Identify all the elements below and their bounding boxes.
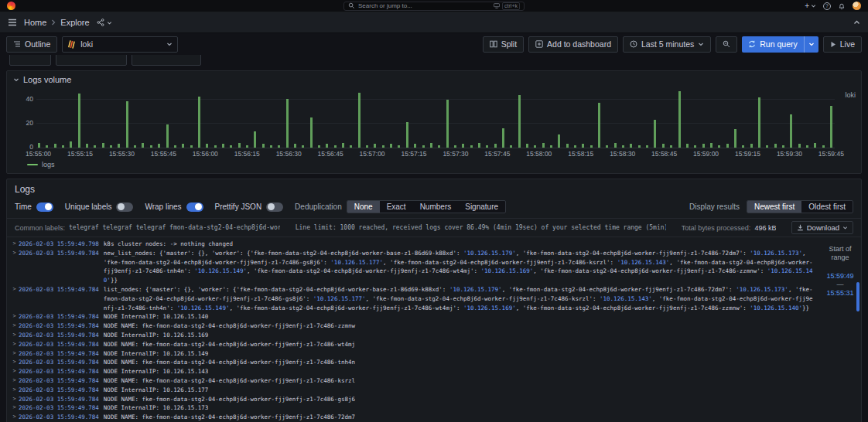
log-row[interactable]: >2026-02-03 15:59:49.784NODE InternalIP:… (10, 331, 819, 340)
log-row[interactable]: >2026-02-03 15:59:49.784NODE InternalIP:… (10, 312, 819, 322)
log-row[interactable]: >2026-02-03 15:59:49.784NODE InternalIP:… (10, 367, 819, 376)
log-row[interactable]: >2026-02-03 15:59:49.784NODE NAME: fke-f… (10, 322, 819, 331)
log-timestamp: 2026-02-03 15:59:49.784 (19, 285, 99, 312)
log-row[interactable]: >2026-02-03 15:59:49.798k8s cluster node… (10, 240, 819, 249)
split-button[interactable]: Split (483, 36, 524, 53)
expand-log-icon[interactable]: > (10, 249, 19, 285)
expand-log-icon[interactable]: > (10, 240, 19, 249)
volume-bar (238, 143, 241, 148)
outline-button[interactable]: Outline (6, 36, 57, 53)
legend-series-label[interactable]: logs (42, 161, 55, 168)
expand-log-icon[interactable]: > (10, 413, 19, 422)
log-row[interactable]: >2026-02-03 15:59:49.784NODE NAME: fke-f… (10, 358, 819, 367)
dedup-group-option[interactable]: Exact (380, 201, 413, 213)
display-results-label: Display results (689, 202, 740, 211)
log-row[interactable]: >2026-02-03 15:59:49.784NODE InternalIP:… (10, 349, 819, 359)
query-editor-field[interactable] (9, 55, 51, 66)
unique-labels-toggle[interactable] (116, 202, 133, 212)
query-editor-field[interactable] (132, 55, 201, 66)
download-button[interactable]: Download (791, 221, 853, 234)
volume-bar (614, 143, 617, 148)
volume-bar (822, 145, 825, 148)
logs-volume-chart[interactable]: 40 20 0 (36, 87, 835, 148)
order-group-option[interactable]: Oldest first (801, 201, 853, 213)
volume-bar (798, 144, 801, 148)
grafana-logo[interactable] (7, 2, 15, 10)
expand-log-icon[interactable]: > (10, 403, 19, 413)
query-editor-field[interactable] (56, 55, 127, 66)
live-button[interactable]: Live (823, 36, 862, 53)
x-axis-tick: 15:57:30 (443, 150, 468, 158)
run-query-interval-dropdown[interactable] (804, 36, 818, 53)
log-row[interactable]: >2026-02-03 15:59:49.784NODE NAME: fke-f… (10, 376, 819, 386)
expand-log-icon[interactable]: > (10, 340, 19, 349)
mega-menu-toggle[interactable] (8, 19, 17, 26)
volume-bar (646, 145, 648, 148)
volume-bar (654, 120, 656, 148)
time-range-picker[interactable]: Last 5 minutes (623, 36, 711, 53)
log-row[interactable]: >2026-02-03 15:59:49.784NODE NAME: fke-f… (10, 413, 819, 422)
dedup-group-option[interactable]: Signature (458, 201, 505, 213)
log-timestamp: 2026-02-03 15:59:49.784 (19, 349, 99, 359)
prettify-json-toggle[interactable] (266, 202, 283, 212)
expand-log-icon[interactable]: > (10, 367, 19, 376)
volume-bar (446, 100, 449, 148)
x-axis-tick: 15:56:30 (276, 150, 302, 158)
run-query-button[interactable]: Run query (742, 36, 818, 53)
order-group-option[interactable]: Newest first (747, 201, 801, 213)
volume-bar (46, 145, 48, 148)
add-to-dashboard-button[interactable]: Add to dashboard (528, 36, 618, 53)
log-timestamp: 2026-02-03 15:59:49.784 (19, 340, 99, 349)
volume-bar (254, 131, 256, 148)
volume-bar (598, 103, 600, 148)
chevron-up-icon (853, 19, 860, 26)
volume-bar (390, 144, 392, 148)
wrap-lines-toggle[interactable] (186, 202, 203, 212)
log-row[interactable]: >2026-02-03 15:59:49.784NODE NAME: fke-f… (10, 340, 819, 349)
user-avatar[interactable] (853, 2, 861, 10)
log-row[interactable]: >2026-02-03 15:59:49.784NODE NAME: fke-f… (10, 395, 819, 404)
expand-log-icon[interactable]: > (10, 285, 19, 312)
x-axis-tick: 15:56:45 (318, 150, 343, 158)
time-toggle[interactable] (36, 202, 53, 212)
nav-oldest-time[interactable]: 15:55:31 (826, 289, 853, 298)
log-nav-scrollbar[interactable] (856, 282, 859, 311)
expand-log-icon[interactable]: > (10, 376, 19, 386)
breadcrumb-home[interactable]: Home (24, 18, 46, 27)
logs-volume-bars (38, 87, 833, 148)
help-button[interactable]: ? (823, 2, 831, 10)
logs-volume-panel: Logs volume loki 40 20 0 15:55:0015:55:1… (6, 70, 862, 174)
expand-log-icon[interactable]: > (10, 312, 19, 322)
log-message: NODE NAME: fke-fmon-data-stg2-04-echp8j6… (104, 376, 360, 386)
dedup-group-option[interactable]: None (347, 201, 380, 213)
expand-log-icon[interactable]: > (10, 386, 19, 395)
log-row[interactable]: >2026-02-03 15:59:49.784NODE InternalIP:… (10, 386, 819, 395)
dedup-group-option[interactable]: Numbers (413, 201, 459, 213)
breadcrumb-explore[interactable]: Explore (60, 18, 89, 27)
expand-log-icon[interactable]: > (10, 322, 19, 331)
log-row[interactable]: >2026-02-03 15:59:49.784NODE InternalIP:… (10, 403, 819, 413)
expand-log-icon[interactable]: > (10, 395, 19, 404)
collapse-section-icon[interactable] (13, 77, 19, 83)
notifications-button[interactable] (838, 2, 846, 10)
nav-newest-time[interactable]: 15:59:49 (826, 272, 853, 281)
expand-log-icon[interactable]: > (10, 331, 19, 340)
volume-bar (278, 145, 280, 148)
time-toggle-label: Time (15, 202, 32, 211)
zoom-out-button[interactable] (716, 36, 737, 53)
log-message: NODE NAME: fke-fmon-data-stg2-04-echp8j6… (104, 395, 360, 404)
share-shortened-link-button[interactable] (97, 19, 112, 26)
volume-bar (510, 145, 512, 148)
expand-log-icon[interactable]: > (10, 358, 19, 367)
expand-log-icon[interactable]: > (10, 349, 19, 359)
search-input[interactable]: Search or jump to... ctrl+k (343, 2, 525, 11)
order-group: Newest firstOldest first (747, 200, 853, 213)
volume-bar (406, 122, 408, 148)
volume-bar (462, 144, 464, 148)
collapse-nav-button[interactable] (853, 19, 860, 26)
log-row[interactable]: >2026-02-03 15:59:49.784list_nodes: {'ma… (10, 285, 819, 312)
datasource-picker[interactable]: loki (62, 36, 178, 53)
log-row[interactable]: >2026-02-03 15:59:49.784new_list_nodes: … (10, 249, 819, 285)
volume-bar (622, 145, 624, 148)
new-button[interactable]: + (805, 2, 816, 10)
